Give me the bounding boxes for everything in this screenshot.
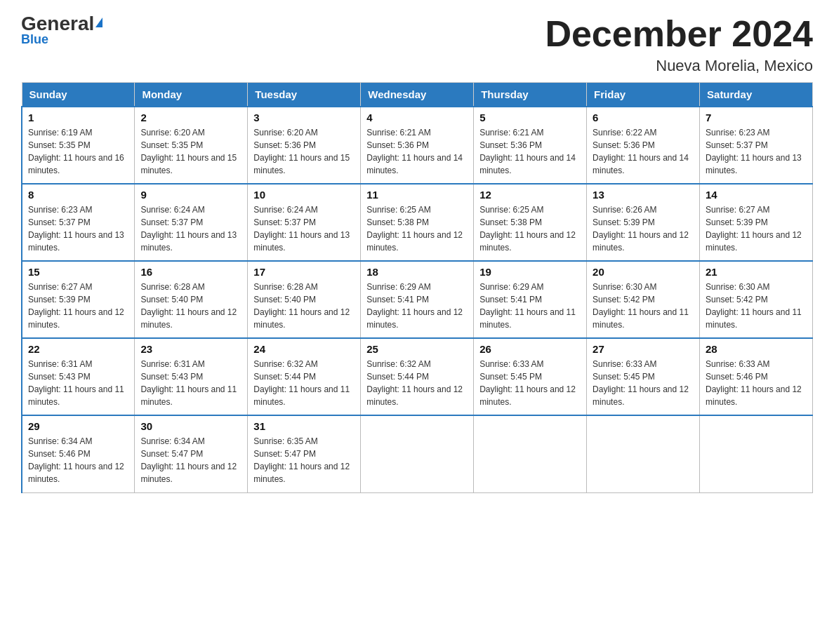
day-number: 22 [28,343,128,355]
day-info: Sunrise: 6:25 AMSunset: 5:38 PMDaylight:… [479,203,581,254]
day-info: Sunrise: 6:27 AMSunset: 5:39 PMDaylight:… [706,203,807,254]
column-header-sunday: Sunday [22,83,135,107]
day-number: 12 [479,189,581,201]
calendar-cell: 1Sunrise: 6:19 AMSunset: 5:35 PMDaylight… [22,107,135,184]
day-number: 8 [28,189,128,201]
day-info: Sunrise: 6:31 AMSunset: 5:43 PMDaylight:… [140,358,241,408]
calendar-cell [361,415,474,492]
calendar-cell: 29Sunrise: 6:34 AMSunset: 5:46 PMDayligh… [22,415,135,492]
day-info: Sunrise: 6:32 AMSunset: 5:44 PMDaylight:… [253,358,355,408]
calendar-cell: 30Sunrise: 6:34 AMSunset: 5:47 PMDayligh… [135,415,248,492]
day-info: Sunrise: 6:23 AMSunset: 5:37 PMDaylight:… [28,203,128,254]
day-info: Sunrise: 6:21 AMSunset: 5:36 PMDaylight:… [479,126,581,177]
title-block: December 2024 Nueva Morelia, Mexico [545,14,813,75]
calendar-cell: 12Sunrise: 6:25 AMSunset: 5:38 PMDayligh… [474,184,587,261]
day-number: 4 [366,112,468,123]
calendar-cell: 26Sunrise: 6:33 AMSunset: 5:45 PMDayligh… [474,338,587,415]
column-header-thursday: Thursday [474,83,587,107]
day-number: 7 [706,112,807,123]
calendar-cell: 2Sunrise: 6:20 AMSunset: 5:35 PMDaylight… [135,107,248,184]
calendar-cell: 25Sunrise: 6:32 AMSunset: 5:44 PMDayligh… [361,338,474,415]
day-info: Sunrise: 6:19 AMSunset: 5:35 PMDaylight:… [28,126,128,177]
day-info: Sunrise: 6:21 AMSunset: 5:36 PMDaylight:… [366,126,468,177]
day-number: 25 [366,343,468,355]
day-info: Sunrise: 6:35 AMSunset: 5:47 PMDaylight:… [253,435,355,485]
day-number: 14 [706,189,807,201]
calendar-cell: 21Sunrise: 6:30 AMSunset: 5:42 PMDayligh… [700,261,813,338]
column-header-saturday: Saturday [700,83,813,107]
day-info: Sunrise: 6:22 AMSunset: 5:36 PMDaylight:… [593,126,694,177]
day-number: 1 [28,112,128,123]
calendar-cell: 15Sunrise: 6:27 AMSunset: 5:39 PMDayligh… [22,261,135,338]
calendar-cell: 28Sunrise: 6:33 AMSunset: 5:46 PMDayligh… [700,338,813,415]
calendar-cell: 4Sunrise: 6:21 AMSunset: 5:36 PMDaylight… [361,107,474,184]
calendar-table: SundayMondayTuesdayWednesdayThursdayFrid… [21,82,813,493]
calendar-cell [474,415,587,492]
calendar-cell: 19Sunrise: 6:29 AMSunset: 5:41 PMDayligh… [474,261,587,338]
day-number: 27 [593,343,694,355]
calendar-cell: 3Sunrise: 6:20 AMSunset: 5:36 PMDaylight… [248,107,361,184]
calendar-cell: 6Sunrise: 6:22 AMSunset: 5:36 PMDaylight… [587,107,700,184]
day-number: 20 [593,266,694,278]
day-info: Sunrise: 6:24 AMSunset: 5:37 PMDaylight:… [253,203,355,254]
day-info: Sunrise: 6:20 AMSunset: 5:35 PMDaylight:… [140,126,241,177]
calendar-header-row: SundayMondayTuesdayWednesdayThursdayFrid… [22,83,813,107]
day-info: Sunrise: 6:31 AMSunset: 5:43 PMDaylight:… [28,358,128,408]
day-info: Sunrise: 6:33 AMSunset: 5:46 PMDaylight:… [706,358,807,408]
week-row-4: 22Sunrise: 6:31 AMSunset: 5:43 PMDayligh… [22,338,813,415]
day-number: 31 [253,420,355,432]
calendar-cell: 8Sunrise: 6:23 AMSunset: 5:37 PMDaylight… [22,184,135,261]
location-subtitle: Nueva Morelia, Mexico [545,57,813,75]
week-row-3: 15Sunrise: 6:27 AMSunset: 5:39 PMDayligh… [22,261,813,338]
day-number: 2 [140,112,241,123]
day-info: Sunrise: 6:29 AMSunset: 5:41 PMDaylight:… [479,281,581,331]
day-info: Sunrise: 6:27 AMSunset: 5:39 PMDaylight:… [28,281,128,331]
day-number: 6 [593,112,694,123]
logo-subtitle: Blue [21,32,48,47]
calendar-cell: 11Sunrise: 6:25 AMSunset: 5:38 PMDayligh… [361,184,474,261]
calendar-cell: 16Sunrise: 6:28 AMSunset: 5:40 PMDayligh… [135,261,248,338]
day-number: 3 [253,112,355,123]
calendar-cell: 5Sunrise: 6:21 AMSunset: 5:36 PMDaylight… [474,107,587,184]
day-info: Sunrise: 6:23 AMSunset: 5:37 PMDaylight:… [706,126,807,177]
day-number: 10 [253,189,355,201]
calendar-cell: 31Sunrise: 6:35 AMSunset: 5:47 PMDayligh… [248,415,361,492]
calendar-cell: 14Sunrise: 6:27 AMSunset: 5:39 PMDayligh… [700,184,813,261]
column-header-tuesday: Tuesday [248,83,361,107]
day-info: Sunrise: 6:28 AMSunset: 5:40 PMDaylight:… [253,281,355,331]
calendar-cell: 10Sunrise: 6:24 AMSunset: 5:37 PMDayligh… [248,184,361,261]
logo-main: General [21,14,102,34]
day-info: Sunrise: 6:28 AMSunset: 5:40 PMDaylight:… [140,281,241,331]
logo: General Blue [21,14,102,47]
day-info: Sunrise: 6:25 AMSunset: 5:38 PMDaylight:… [366,203,468,254]
calendar-cell: 18Sunrise: 6:29 AMSunset: 5:41 PMDayligh… [361,261,474,338]
calendar-cell [587,415,700,492]
column-header-monday: Monday [135,83,248,107]
day-number: 17 [253,266,355,278]
week-row-1: 1Sunrise: 6:19 AMSunset: 5:35 PMDaylight… [22,107,813,184]
day-info: Sunrise: 6:30 AMSunset: 5:42 PMDaylight:… [706,281,807,331]
day-info: Sunrise: 6:24 AMSunset: 5:37 PMDaylight:… [140,203,241,254]
day-info: Sunrise: 6:30 AMSunset: 5:42 PMDaylight:… [593,281,694,331]
day-info: Sunrise: 6:26 AMSunset: 5:39 PMDaylight:… [593,203,694,254]
calendar-cell: 17Sunrise: 6:28 AMSunset: 5:40 PMDayligh… [248,261,361,338]
day-number: 18 [366,266,468,278]
day-info: Sunrise: 6:34 AMSunset: 5:47 PMDaylight:… [140,435,241,485]
calendar-cell: 9Sunrise: 6:24 AMSunset: 5:37 PMDaylight… [135,184,248,261]
logo-triangle-icon [95,18,102,27]
calendar-cell [700,415,813,492]
day-info: Sunrise: 6:29 AMSunset: 5:41 PMDaylight:… [366,281,468,331]
calendar-cell: 7Sunrise: 6:23 AMSunset: 5:37 PMDaylight… [700,107,813,184]
day-number: 11 [366,189,468,201]
day-number: 13 [593,189,694,201]
day-number: 29 [28,420,128,432]
day-number: 21 [706,266,807,278]
calendar-cell: 23Sunrise: 6:31 AMSunset: 5:43 PMDayligh… [135,338,248,415]
calendar-title: December 2024 [545,14,813,54]
week-row-2: 8Sunrise: 6:23 AMSunset: 5:37 PMDaylight… [22,184,813,261]
calendar-cell: 24Sunrise: 6:32 AMSunset: 5:44 PMDayligh… [248,338,361,415]
week-row-5: 29Sunrise: 6:34 AMSunset: 5:46 PMDayligh… [22,415,813,492]
day-number: 30 [140,420,241,432]
column-header-friday: Friday [587,83,700,107]
day-number: 5 [479,112,581,123]
